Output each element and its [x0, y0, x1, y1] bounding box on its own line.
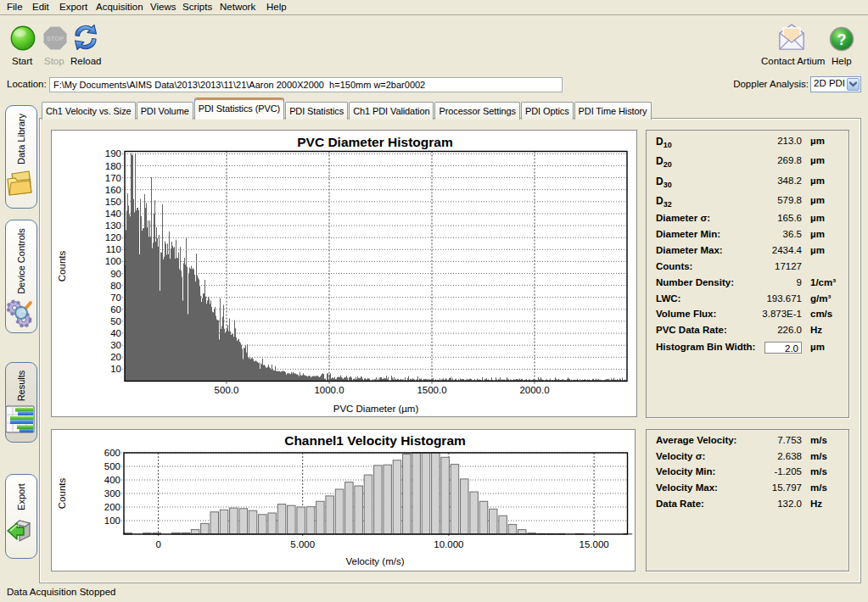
svg-text:1000.0: 1000.0: [314, 385, 344, 395]
svg-text:180: 180: [105, 161, 121, 171]
svg-text:600: 600: [104, 448, 120, 458]
svg-text:140: 140: [105, 209, 121, 219]
svg-text:60: 60: [110, 304, 121, 315]
svg-text:300: 300: [104, 488, 120, 499]
svg-text:STOP: STOP: [47, 35, 64, 42]
svg-text:400: 400: [104, 475, 120, 485]
svg-text:100: 100: [104, 516, 120, 526]
svg-text:10: 10: [110, 364, 121, 374]
svg-text:130: 130: [105, 220, 121, 231]
svg-text:50: 50: [110, 316, 121, 326]
svg-text:90: 90: [110, 269, 121, 279]
svg-text:?: ?: [837, 31, 847, 48]
svg-text:5.000: 5.000: [290, 539, 315, 549]
svg-text:100: 100: [105, 256, 121, 266]
svg-text:500: 500: [104, 461, 120, 471]
svg-text:Counts: Counts: [57, 251, 67, 282]
svg-text:10.000: 10.000: [434, 539, 463, 549]
svg-text:150: 150: [105, 197, 121, 207]
svg-text:Counts: Counts: [57, 478, 67, 510]
svg-text:PVC Diameter (µm): PVC Diameter (µm): [333, 404, 419, 414]
svg-text:70: 70: [110, 293, 121, 303]
svg-text:110: 110: [106, 244, 121, 254]
svg-text:120: 120: [105, 232, 121, 242]
svg-text:200: 200: [104, 502, 120, 512]
svg-text:20: 20: [110, 352, 121, 362]
svg-text:170: 170: [105, 173, 121, 183]
svg-text:15.000: 15.000: [580, 539, 609, 549]
svg-text:80: 80: [110, 281, 121, 291]
svg-text:0: 0: [155, 539, 160, 549]
svg-text:Channel1 Velocity Histogram: Channel1 Velocity Histogram: [284, 433, 466, 448]
svg-text:2000.0: 2000.0: [519, 385, 549, 395]
svg-text:40: 40: [110, 328, 121, 338]
svg-text:500.0: 500.0: [215, 385, 239, 395]
svg-text:Velocity (m/s): Velocity (m/s): [345, 556, 404, 566]
svg-text:160: 160: [105, 185, 121, 195]
svg-text:190: 190: [105, 148, 121, 159]
svg-text:PVC Diameter Histogram: PVC Diameter Histogram: [297, 135, 452, 149]
svg-text:1500.0: 1500.0: [417, 385, 446, 395]
svg-text:30: 30: [110, 340, 121, 350]
